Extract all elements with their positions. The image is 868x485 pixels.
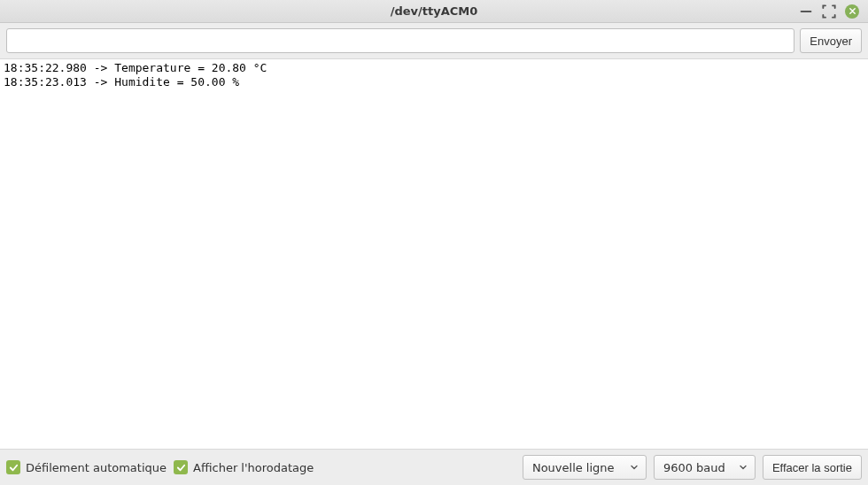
checkbox-checked-icon	[6, 460, 20, 474]
titlebar: /dev/ttyACM0	[0, 0, 868, 23]
chevron-down-icon	[630, 463, 639, 472]
send-button[interactable]: Envoyer	[800, 28, 862, 53]
timestamp-label: Afficher l'horodatage	[193, 461, 314, 474]
maximize-button[interactable]	[822, 4, 836, 19]
send-input[interactable]	[6, 28, 794, 53]
checkbox-checked-icon	[174, 460, 188, 474]
chevron-down-icon	[739, 463, 748, 472]
baud-rate-value: 9600 baud	[663, 461, 725, 474]
autoscroll-checkbox[interactable]: Défilement automatique	[6, 460, 167, 474]
close-icon	[849, 7, 856, 15]
serial-output[interactable]: 18:35:22.980 -> Temperature = 20.80 °C 1…	[0, 58, 868, 450]
clear-output-button[interactable]: Effacer la sortie	[763, 455, 862, 480]
window-controls	[799, 4, 868, 19]
statusbar: Défilement automatique Afficher l'horoda…	[0, 450, 868, 485]
line-ending-value: Nouvelle ligne	[532, 461, 615, 474]
baud-rate-select[interactable]: 9600 baud	[654, 455, 756, 480]
minimize-icon	[799, 4, 813, 19]
window-title: /dev/ttyACM0	[0, 4, 868, 18]
serial-monitor-window: /dev/ttyACM0 Envoyer 18:35:22.980 -> Tem…	[0, 0, 868, 485]
minimize-button[interactable]	[799, 4, 813, 19]
close-button[interactable]	[845, 4, 859, 19]
maximize-icon	[822, 4, 836, 19]
autoscroll-label: Défilement automatique	[26, 461, 167, 474]
toolbar: Envoyer	[0, 23, 868, 58]
line-ending-select[interactable]: Nouvelle ligne	[523, 455, 647, 480]
timestamp-checkbox[interactable]: Afficher l'horodatage	[174, 460, 314, 474]
